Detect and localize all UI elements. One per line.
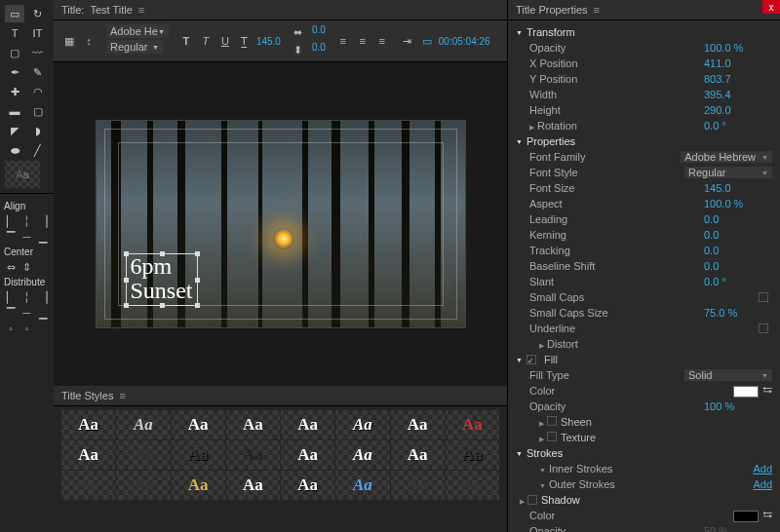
area-type-tool[interactable]: ▢ — [5, 44, 24, 61]
dist-8[interactable]: ◦ — [20, 322, 33, 335]
section-outer[interactable]: Outer Strokes — [539, 478, 753, 490]
val-width[interactable]: 395.4 — [704, 89, 772, 100]
val-kerning[interactable]: 0.0 — [704, 229, 772, 241]
style-swatch-2[interactable]: Aa — [172, 410, 225, 439]
style-swatch-3[interactable]: Aa — [226, 410, 280, 439]
anchor-tool[interactable]: ✎ — [28, 63, 48, 81]
section-sheen[interactable]: Sheen — [539, 416, 772, 428]
align-left-icon[interactable]: ≡ — [335, 33, 351, 49]
style-swatch-21[interactable]: Aa — [335, 471, 389, 500]
style-swatch-20[interactable]: Aa — [281, 471, 334, 500]
title-text-line2[interactable]: Sunset — [131, 279, 193, 303]
panel-menu-icon[interactable]: ≡ — [138, 4, 144, 16]
line-tool[interactable]: ╱ — [28, 141, 48, 159]
val-fontsize[interactable]: 145.0 — [704, 182, 772, 194]
align-left[interactable]: ▏ — [4, 214, 18, 228]
handle-bm[interactable] — [160, 303, 165, 308]
fill-color-swatch[interactable] — [733, 386, 759, 398]
title-name[interactable]: Test Title — [90, 4, 132, 16]
dist-5[interactable]: ─ — [20, 306, 33, 320]
val-fillopacity[interactable]: 100 % — [704, 400, 772, 412]
dist-3[interactable]: ▕ — [36, 290, 50, 304]
rounded-rect-tool[interactable]: ▢ — [28, 102, 48, 120]
style-swatch-1[interactable]: Aa — [116, 410, 170, 439]
dist-4[interactable]: ▔ — [4, 306, 18, 320]
vertical-type-tool[interactable]: IT — [28, 24, 48, 42]
val-fontfam[interactable]: Adobe Hebrew — [681, 151, 772, 163]
val-leading[interactable]: 0.0 — [704, 213, 772, 225]
val-slant[interactable]: 0.0 ° — [704, 276, 772, 287]
handle-mr[interactable] — [195, 278, 200, 283]
chk-sheen[interactable] — [547, 416, 557, 426]
style-swatch-23[interactable]: Aa — [446, 471, 499, 500]
title-canvas[interactable]: 6pm Sunset — [96, 120, 466, 328]
align-right-icon[interactable]: ≡ — [374, 33, 390, 49]
align-hcenter[interactable]: ╎ — [20, 214, 33, 228]
underline-icon[interactable]: U — [217, 33, 233, 49]
add-inner-stroke[interactable]: Add — [753, 463, 772, 475]
font-family-select[interactable]: Adobe He▼ — [106, 24, 169, 38]
shadow-color-swatch[interactable] — [733, 511, 759, 522]
handle-ml[interactable] — [124, 278, 129, 283]
style-swatch-18[interactable]: Aa — [172, 471, 225, 500]
font-style-select[interactable]: Regular▼ — [106, 40, 163, 54]
bold-icon[interactable]: T — [178, 33, 194, 49]
template-icon[interactable]: ▦ — [61, 33, 77, 49]
center-v[interactable]: ⇕ — [20, 260, 33, 274]
style-swatch-16[interactable]: Aa — [61, 471, 115, 500]
font-size-field[interactable]: 145.0 — [256, 36, 281, 47]
convert-tool[interactable]: ◠ — [28, 83, 48, 100]
style-swatch-7[interactable]: Aa — [446, 410, 499, 439]
handle-bl[interactable] — [124, 303, 129, 308]
style-swatch-5[interactable]: Aa — [335, 410, 389, 439]
style-swatch-4[interactable]: Aa — [281, 410, 334, 439]
rect-tool[interactable]: ▬ — [5, 102, 24, 120]
leading-field[interactable]: 0.0 — [312, 42, 326, 57]
val-opacity[interactable]: 100.0 % — [704, 42, 772, 54]
style-swatch-11[interactable]: Aa — [226, 440, 280, 470]
close-window-button[interactable]: x — [762, 0, 780, 14]
style-swatch-12[interactable]: Aa — [281, 440, 334, 470]
dist-6[interactable]: ▁ — [36, 306, 50, 320]
eyedropper-icon-2[interactable]: ⮀ — [762, 510, 772, 520]
handle-br[interactable] — [195, 303, 200, 308]
val-filltype[interactable]: Solid — [684, 369, 772, 381]
val-fontsty[interactable]: Regular — [684, 167, 772, 178]
section-distort[interactable]: Distort — [539, 338, 772, 350]
wedge-tool[interactable]: ◤ — [5, 122, 24, 139]
kerning-field[interactable]: 0.0 — [312, 24, 326, 40]
style-swatch-0[interactable]: Aa — [61, 410, 115, 439]
chk-underline[interactable] — [759, 323, 768, 333]
style-swatch-17[interactable]: Aa — [116, 471, 170, 500]
dist-2[interactable]: ╎ — [20, 290, 33, 304]
styles-menu-icon[interactable]: ≡ — [119, 390, 125, 401]
center-h[interactable]: ⇔ — [4, 260, 18, 274]
val-baseline[interactable]: 0.0 — [704, 260, 772, 272]
pen-tool[interactable]: ✒ — [5, 63, 24, 81]
section-shadow[interactable] — [520, 494, 527, 506]
val-height[interactable]: 290.0 — [704, 104, 772, 116]
italic-icon[interactable]: T — [198, 33, 214, 49]
style-swatch-14[interactable]: Aa — [391, 440, 445, 470]
section-transform[interactable]: Transform — [508, 24, 780, 40]
dist-1[interactable]: ▏ — [4, 290, 18, 304]
val-rotation[interactable]: 0.0 ° — [704, 120, 772, 132]
val-ypos[interactable]: 803.7 — [704, 73, 772, 85]
chk-texture[interactable] — [547, 432, 557, 441]
rotate-tool[interactable]: ↻ — [28, 5, 48, 22]
section-texture[interactable]: Texture — [539, 432, 772, 443]
style-swatch-22[interactable]: Aa — [391, 471, 445, 500]
section-properties[interactable]: Properties — [508, 133, 780, 149]
chk-fill[interactable] — [526, 355, 536, 364]
style-swatch-6[interactable]: Aa — [391, 410, 445, 439]
title-text-line1[interactable]: 6pm — [131, 254, 193, 279]
align-top[interactable]: ▔ — [4, 230, 18, 244]
style-swatch-8[interactable]: Aa — [61, 440, 115, 470]
eyedropper-icon[interactable]: ⮀ — [762, 385, 772, 396]
section-fill[interactable]: Fill — [508, 352, 780, 367]
style-swatch-13[interactable]: Aa — [335, 440, 389, 470]
add-anchor-tool[interactable]: ✚ — [5, 83, 24, 100]
style-swatch-10[interactable]: Aa — [172, 440, 225, 470]
align-right[interactable]: ▕ — [36, 214, 50, 228]
handle-tr[interactable] — [195, 251, 200, 256]
